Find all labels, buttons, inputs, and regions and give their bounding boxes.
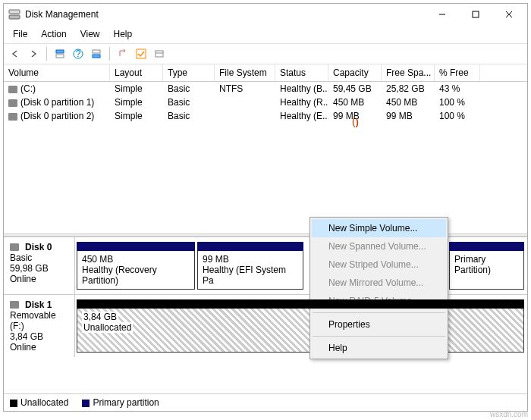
volume-row[interactable]: (Disk 0 partition 1) Simple Basic Health… xyxy=(4,96,527,109)
menubar: File Action View Help xyxy=(4,25,527,43)
menu-new-mirrored-volume: New Mirrored Volume... xyxy=(312,274,446,292)
watermark: wsxdn.com xyxy=(490,410,528,418)
volume-row[interactable]: (C:) Simple Basic NTFS Healthy (B... 59,… xyxy=(4,82,527,96)
col-capacity[interactable]: Capacity xyxy=(328,64,382,81)
toolbar: ? xyxy=(4,43,527,64)
drive-icon xyxy=(8,86,17,93)
svg-rect-11 xyxy=(93,55,100,58)
svg-rect-12 xyxy=(137,49,146,58)
volume-table-rows: (C:) Simple Basic NTFS Healthy (B... 59,… xyxy=(4,82,527,234)
svg-rect-6 xyxy=(56,50,64,53)
flame-icon: () xyxy=(352,115,359,127)
svg-rect-13 xyxy=(156,51,163,57)
check-button[interactable] xyxy=(133,45,149,62)
app-icon xyxy=(8,8,20,20)
partition[interactable]: Primary Partition) xyxy=(449,242,524,290)
menu-help[interactable]: Help xyxy=(312,339,446,357)
col-freespace[interactable]: Free Spa... xyxy=(382,64,435,81)
svg-rect-3 xyxy=(473,11,479,17)
disk-info[interactable]: Disk 1 Removable (F:) 3,84 GB Online xyxy=(4,295,75,357)
col-layout[interactable]: Layout xyxy=(110,64,163,81)
close-button[interactable] xyxy=(492,5,526,24)
disk-info[interactable]: Disk 0 Basic 59,98 GB Online xyxy=(4,237,75,294)
menu-view[interactable]: View xyxy=(74,27,106,42)
svg-rect-1 xyxy=(9,10,20,14)
svg-rect-7 xyxy=(56,55,64,58)
menu-file[interactable]: File xyxy=(7,27,33,42)
legend-swatch-unallocated xyxy=(10,400,17,407)
context-menu: New Simple Volume... New Spanned Volume.… xyxy=(309,217,448,359)
menu-new-simple-volume[interactable]: New Simple Volume... xyxy=(312,219,446,237)
drive-icon xyxy=(8,99,17,107)
partition[interactable]: 99 MB Healthy (EFI System Pa xyxy=(197,242,303,290)
back-button[interactable] xyxy=(7,45,24,62)
window-title: Disk Management xyxy=(25,9,426,20)
disk-icon xyxy=(10,243,19,251)
svg-rect-0 xyxy=(9,15,20,19)
view-bottom-button[interactable] xyxy=(88,45,105,62)
forward-button[interactable] xyxy=(25,45,42,62)
col-status[interactable]: Status xyxy=(275,64,328,81)
disk-graphical-pane: Disk 0 Basic 59,98 GB Online 450 MB Heal… xyxy=(4,237,527,393)
svg-text:?: ? xyxy=(76,49,81,59)
unallocated-partition[interactable]: 3,84 GB Unallocated xyxy=(77,299,524,353)
disk-icon xyxy=(10,301,19,309)
disk-row-0: Disk 0 Basic 59,98 GB Online 450 MB Heal… xyxy=(4,237,527,294)
menu-action[interactable]: Action xyxy=(35,27,72,42)
disk-row-1: Disk 1 Removable (F:) 3,84 GB Online 3,8… xyxy=(4,294,527,357)
volume-row[interactable]: (Disk 0 partition 2) Simple Basic Health… xyxy=(4,109,527,123)
refresh-button[interactable] xyxy=(115,45,131,62)
legend-swatch-primary xyxy=(82,400,90,407)
volume-table-header: Volume Layout Type File System Status Ca… xyxy=(4,64,527,82)
col-pctfree[interactable]: % Free xyxy=(435,64,480,81)
svg-rect-10 xyxy=(93,50,100,53)
menu-help[interactable]: Help xyxy=(108,27,139,42)
disk-management-window: Disk Management File Action View Help ? … xyxy=(3,3,528,412)
help-button[interactable]: ? xyxy=(70,45,86,62)
legend: Unallocated Primary partition xyxy=(4,393,527,411)
maximize-button[interactable] xyxy=(459,5,492,24)
view-top-button[interactable] xyxy=(52,45,68,62)
menu-properties[interactable]: Properties xyxy=(312,315,446,334)
titlebar: Disk Management xyxy=(4,4,527,25)
minimize-button[interactable] xyxy=(426,5,459,24)
col-volume[interactable]: Volume xyxy=(4,64,110,81)
list-button[interactable] xyxy=(151,45,168,62)
menu-new-striped-volume: New Striped Volume... xyxy=(312,255,446,274)
col-type[interactable]: Type xyxy=(163,64,215,81)
col-filesystem[interactable]: File System xyxy=(215,64,275,81)
partition[interactable]: 450 MB Healthy (Recovery Partition) xyxy=(77,242,195,290)
drive-icon xyxy=(8,113,17,121)
menu-new-spanned-volume: New Spanned Volume... xyxy=(312,237,446,255)
